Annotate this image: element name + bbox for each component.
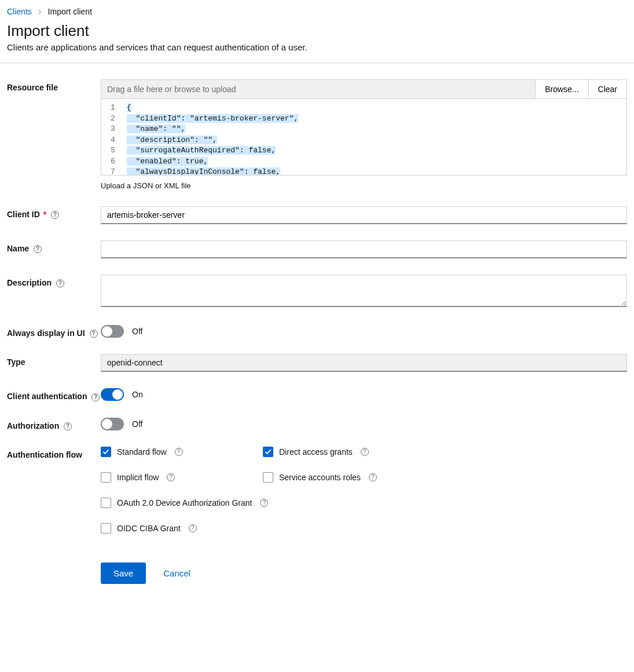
ciba-grant-checkbox[interactable] — [101, 523, 111, 534]
client-auth-switch[interactable] — [101, 388, 124, 401]
implicit-flow-checkbox[interactable] — [101, 472, 111, 483]
help-icon[interactable]: ? — [56, 279, 64, 287]
resource-file-label: Resource file — [7, 83, 58, 92]
help-icon[interactable]: ? — [167, 473, 175, 481]
client-id-label: Client ID — [7, 210, 40, 219]
help-icon[interactable]: ? — [51, 211, 59, 219]
implicit-flow-label: Implicit flow — [117, 473, 159, 482]
help-icon[interactable]: ? — [189, 524, 197, 532]
code-preview[interactable]: 1234567 { "clientId": "artemis-broker-se… — [101, 99, 627, 176]
always-display-state: Off — [132, 327, 142, 336]
ciba-grant-label: OIDC CIBA Grant — [117, 524, 181, 533]
client-id-input[interactable] — [101, 206, 627, 224]
client-auth-state: On — [132, 390, 143, 399]
standard-flow-label: Standard flow — [117, 447, 167, 456]
help-icon[interactable]: ? — [34, 245, 42, 253]
breadcrumb-current: Import client — [48, 7, 92, 16]
description-input[interactable] — [101, 275, 627, 307]
help-icon[interactable]: ? — [361, 448, 369, 456]
help-icon[interactable]: ? — [91, 393, 100, 401]
clear-button[interactable]: Clear — [589, 80, 626, 98]
chevron-right-icon — [38, 7, 42, 16]
name-input[interactable] — [101, 240, 627, 258]
help-icon[interactable]: ? — [260, 499, 268, 507]
help-icon[interactable]: ? — [64, 422, 72, 430]
code-lines: { "clientId": "artemis-broker-server", "… — [121, 99, 302, 176]
help-icon[interactable]: ? — [90, 330, 98, 338]
divider — [0, 63, 634, 63]
required-indicator: * — [43, 210, 46, 219]
cancel-button[interactable]: Cancel — [160, 568, 194, 579]
always-display-switch[interactable] — [101, 325, 124, 338]
page-subtitle: Clients are applications and services th… — [7, 42, 627, 52]
authorization-state: Off — [132, 419, 142, 429]
service-accounts-checkbox[interactable] — [263, 472, 273, 483]
client-auth-label: Client authentication — [7, 392, 87, 401]
save-button[interactable]: Save — [101, 563, 146, 584]
authorization-label: Authorization — [7, 421, 59, 430]
breadcrumb: Clients Import client — [7, 7, 627, 16]
oauth-device-label: OAuth 2.0 Device Authorization Grant — [117, 498, 252, 507]
browse-button[interactable]: Browse... — [536, 80, 588, 98]
code-gutter: 1234567 — [101, 99, 121, 176]
help-icon[interactable]: ? — [369, 473, 377, 481]
oauth-device-checkbox[interactable] — [101, 498, 111, 508]
always-display-label: Always display in UI — [7, 328, 85, 338]
standard-flow-checkbox[interactable] — [101, 447, 111, 457]
file-upload-bar: Drag a file here or browse to upload Bro… — [101, 79, 627, 99]
breadcrumb-parent-link[interactable]: Clients — [7, 7, 32, 16]
authorization-switch[interactable] — [101, 418, 124, 430]
direct-access-label: Direct access grants — [279, 447, 353, 456]
type-label: Type — [7, 357, 25, 367]
page-title: Import client — [7, 22, 627, 40]
service-accounts-label: Service accounts roles — [279, 473, 361, 482]
direct-access-checkbox[interactable] — [263, 447, 273, 457]
type-value: openid-connect — [101, 354, 627, 372]
auth-flow-label: Authentication flow — [7, 450, 82, 459]
name-label: Name — [7, 244, 29, 253]
file-hint: Upload a JSON or XML file — [101, 181, 627, 190]
description-label: Description — [7, 278, 52, 287]
file-drop-zone[interactable]: Drag a file here or browse to upload — [101, 80, 536, 98]
help-icon[interactable]: ? — [175, 448, 183, 456]
